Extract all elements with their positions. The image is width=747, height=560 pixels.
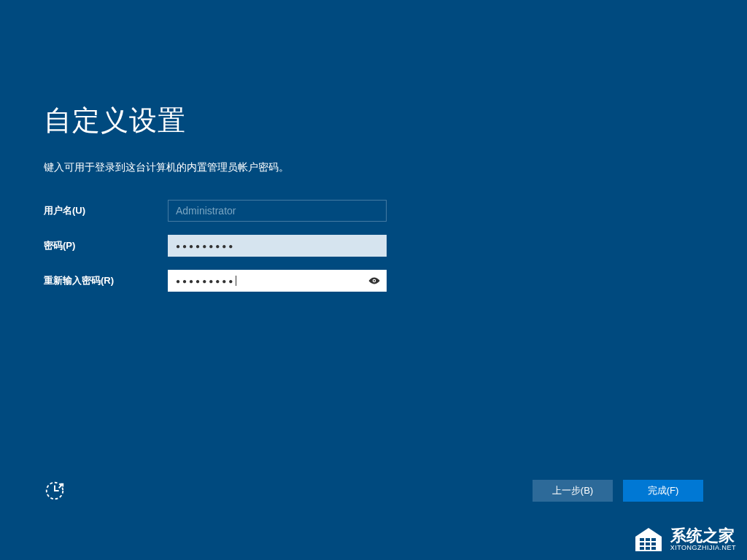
finish-button[interactable]: 完成(F) [623, 480, 703, 502]
watermark-url: XITONGZHIJIA.NET [670, 545, 736, 552]
watermark-title: 系统之家 [670, 527, 736, 545]
back-button[interactable]: 上一步(B) [533, 480, 613, 502]
reveal-password-icon[interactable] [368, 274, 381, 287]
password-label: 密码(P) [44, 239, 168, 252]
svg-rect-10 [646, 547, 650, 550]
password-row: 密码(P) ●●●●●●●●● [44, 235, 703, 257]
confirm-password-row: 重新输入密码(R) ●●●●●●●●● [44, 270, 703, 292]
username-input [168, 200, 387, 222]
svg-rect-8 [651, 542, 656, 545]
username-label: 用户名(U) [44, 204, 168, 217]
confirm-password-input[interactable]: ●●●●●●●●● [168, 270, 387, 292]
confirm-password-label: 重新输入密码(R) [44, 274, 168, 287]
watermark-logo-icon [631, 526, 666, 553]
svg-rect-6 [640, 542, 644, 545]
page-title: 自定义设置 [44, 102, 703, 139]
svg-point-1 [374, 280, 375, 281]
page-subtitle: 键入可用于登录到这台计算机的内置管理员帐户密码。 [44, 161, 703, 174]
accessibility-icon[interactable] [44, 480, 66, 502]
password-input[interactable]: ●●●●●●●●● [168, 235, 387, 257]
svg-rect-7 [646, 542, 650, 545]
svg-rect-4 [646, 538, 650, 541]
watermark: 系统之家 XITONGZHIJIA.NET [631, 526, 736, 553]
username-row: 用户名(U) [44, 200, 703, 222]
svg-rect-3 [640, 538, 644, 541]
svg-rect-11 [651, 547, 656, 550]
svg-rect-9 [640, 547, 644, 550]
svg-rect-5 [651, 538, 656, 541]
